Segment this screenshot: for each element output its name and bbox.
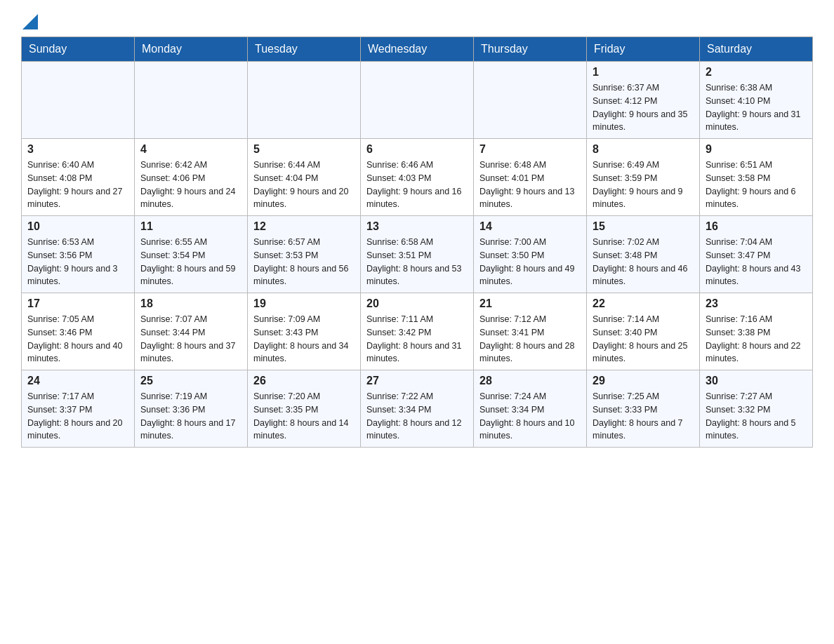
calendar-cell [474, 62, 587, 139]
day-info: Sunrise: 6:53 AMSunset: 3:56 PMDaylight:… [27, 236, 128, 288]
day-number: 17 [27, 297, 128, 310]
day-info: Sunrise: 6:57 AMSunset: 3:53 PMDaylight:… [253, 236, 355, 288]
day-info: Sunrise: 6:44 AMSunset: 4:04 PMDaylight:… [253, 159, 355, 211]
calendar-week-row: 1Sunrise: 6:37 AMSunset: 4:12 PMDaylight… [22, 62, 813, 139]
calendar-cell: 1Sunrise: 6:37 AMSunset: 4:12 PMDaylight… [587, 62, 700, 139]
day-info: Sunrise: 7:14 AMSunset: 3:40 PMDaylight:… [593, 313, 694, 365]
calendar-header-row: SundayMondayTuesdayWednesdayThursdayFrid… [22, 37, 813, 62]
day-info: Sunrise: 7:24 AMSunset: 3:34 PMDaylight:… [479, 390, 581, 443]
calendar-cell: 13Sunrise: 6:58 AMSunset: 3:51 PMDayligh… [361, 216, 474, 293]
calendar-cell: 15Sunrise: 7:02 AMSunset: 3:48 PMDayligh… [587, 216, 700, 293]
calendar-cell: 28Sunrise: 7:24 AMSunset: 3:34 PMDayligh… [474, 370, 587, 448]
calendar-cell: 21Sunrise: 7:12 AMSunset: 3:41 PMDayligh… [474, 293, 587, 370]
day-info: Sunrise: 6:51 AMSunset: 3:58 PMDaylight:… [706, 159, 807, 211]
page-header [21, 14, 813, 29]
calendar-cell: 8Sunrise: 6:49 AMSunset: 3:59 PMDaylight… [587, 139, 700, 216]
day-number: 18 [140, 297, 241, 310]
weekday-header-tuesday: Tuesday [248, 37, 361, 62]
day-number: 24 [27, 375, 128, 387]
logo [21, 14, 38, 29]
calendar-cell: 20Sunrise: 7:11 AMSunset: 3:42 PMDayligh… [361, 293, 474, 370]
weekday-header-friday: Friday [587, 37, 700, 62]
calendar-week-row: 10Sunrise: 6:53 AMSunset: 3:56 PMDayligh… [22, 216, 813, 293]
day-number: 13 [366, 220, 468, 233]
calendar-week-row: 3Sunrise: 6:40 AMSunset: 4:08 PMDaylight… [22, 139, 813, 216]
day-info: Sunrise: 7:27 AMSunset: 3:32 PMDaylight:… [706, 390, 807, 443]
day-number: 21 [479, 297, 581, 310]
day-number: 19 [253, 297, 355, 310]
day-info: Sunrise: 7:02 AMSunset: 3:48 PMDaylight:… [593, 236, 694, 288]
calendar-cell: 27Sunrise: 7:22 AMSunset: 3:34 PMDayligh… [361, 370, 474, 448]
calendar-cell: 16Sunrise: 7:04 AMSunset: 3:47 PMDayligh… [700, 216, 813, 293]
day-info: Sunrise: 7:04 AMSunset: 3:47 PMDaylight:… [706, 236, 807, 288]
calendar-cell: 2Sunrise: 6:38 AMSunset: 4:10 PMDaylight… [700, 62, 813, 139]
day-number: 6 [366, 143, 468, 156]
day-number: 2 [706, 66, 807, 79]
day-number: 3 [27, 143, 128, 156]
day-info: Sunrise: 7:16 AMSunset: 3:38 PMDaylight:… [706, 313, 807, 365]
calendar-cell: 23Sunrise: 7:16 AMSunset: 3:38 PMDayligh… [700, 293, 813, 370]
day-number: 8 [593, 143, 694, 156]
day-number: 16 [706, 220, 807, 233]
calendar-week-row: 17Sunrise: 7:05 AMSunset: 3:46 PMDayligh… [22, 293, 813, 370]
calendar-cell: 25Sunrise: 7:19 AMSunset: 3:36 PMDayligh… [135, 370, 248, 448]
weekday-header-thursday: Thursday [474, 37, 587, 62]
day-info: Sunrise: 7:20 AMSunset: 3:35 PMDaylight:… [253, 390, 355, 443]
day-number: 20 [366, 297, 468, 310]
calendar-cell: 24Sunrise: 7:17 AMSunset: 3:37 PMDayligh… [22, 370, 135, 448]
calendar-cell [22, 62, 135, 139]
day-info: Sunrise: 7:11 AMSunset: 3:42 PMDaylight:… [366, 313, 468, 365]
day-number: 25 [140, 375, 241, 387]
calendar-cell: 11Sunrise: 6:55 AMSunset: 3:54 PMDayligh… [135, 216, 248, 293]
day-number: 15 [593, 220, 694, 233]
weekday-header-wednesday: Wednesday [361, 37, 474, 62]
day-number: 14 [479, 220, 581, 233]
day-number: 10 [27, 220, 128, 233]
day-number: 22 [593, 297, 694, 310]
calendar-cell: 17Sunrise: 7:05 AMSunset: 3:46 PMDayligh… [22, 293, 135, 370]
calendar-cell [248, 62, 361, 139]
calendar-cell [135, 62, 248, 139]
day-number: 26 [253, 375, 355, 387]
day-info: Sunrise: 7:19 AMSunset: 3:36 PMDaylight:… [140, 390, 241, 443]
calendar-cell: 26Sunrise: 7:20 AMSunset: 3:35 PMDayligh… [248, 370, 361, 448]
day-info: Sunrise: 7:05 AMSunset: 3:46 PMDaylight:… [27, 313, 128, 365]
calendar-cell: 29Sunrise: 7:25 AMSunset: 3:33 PMDayligh… [587, 370, 700, 448]
day-number: 30 [706, 375, 807, 387]
calendar-cell: 19Sunrise: 7:09 AMSunset: 3:43 PMDayligh… [248, 293, 361, 370]
day-number: 29 [593, 375, 694, 387]
day-info: Sunrise: 6:37 AMSunset: 4:12 PMDaylight:… [593, 81, 694, 134]
calendar-cell: 10Sunrise: 6:53 AMSunset: 3:56 PMDayligh… [22, 216, 135, 293]
day-number: 5 [253, 143, 355, 156]
calendar-cell: 14Sunrise: 7:00 AMSunset: 3:50 PMDayligh… [474, 216, 587, 293]
calendar-table: SundayMondayTuesdayWednesdayThursdayFrid… [21, 36, 813, 448]
calendar-cell: 6Sunrise: 6:46 AMSunset: 4:03 PMDaylight… [361, 139, 474, 216]
day-number: 23 [706, 297, 807, 310]
calendar-cell: 9Sunrise: 6:51 AMSunset: 3:58 PMDaylight… [700, 139, 813, 216]
day-number: 9 [706, 143, 807, 156]
svg-marker-0 [22, 14, 38, 29]
calendar-cell: 4Sunrise: 6:42 AMSunset: 4:06 PMDaylight… [135, 139, 248, 216]
day-number: 27 [366, 375, 468, 387]
day-number: 12 [253, 220, 355, 233]
day-number: 1 [593, 66, 694, 79]
calendar-cell: 7Sunrise: 6:48 AMSunset: 4:01 PMDaylight… [474, 139, 587, 216]
weekday-header-saturday: Saturday [700, 37, 813, 62]
calendar-cell: 3Sunrise: 6:40 AMSunset: 4:08 PMDaylight… [22, 139, 135, 216]
day-info: Sunrise: 6:49 AMSunset: 3:59 PMDaylight:… [593, 159, 694, 211]
day-info: Sunrise: 6:40 AMSunset: 4:08 PMDaylight:… [27, 159, 128, 211]
day-number: 7 [479, 143, 581, 156]
calendar-cell: 30Sunrise: 7:27 AMSunset: 3:32 PMDayligh… [700, 370, 813, 448]
day-info: Sunrise: 7:07 AMSunset: 3:44 PMDaylight:… [140, 313, 241, 365]
day-info: Sunrise: 7:17 AMSunset: 3:37 PMDaylight:… [27, 390, 128, 443]
calendar-week-row: 24Sunrise: 7:17 AMSunset: 3:37 PMDayligh… [22, 370, 813, 448]
day-info: Sunrise: 7:25 AMSunset: 3:33 PMDaylight:… [593, 390, 694, 443]
calendar-cell: 22Sunrise: 7:14 AMSunset: 3:40 PMDayligh… [587, 293, 700, 370]
weekday-header-monday: Monday [135, 37, 248, 62]
day-info: Sunrise: 7:22 AMSunset: 3:34 PMDaylight:… [366, 390, 468, 443]
day-info: Sunrise: 6:58 AMSunset: 3:51 PMDaylight:… [366, 236, 468, 288]
day-info: Sunrise: 6:42 AMSunset: 4:06 PMDaylight:… [140, 159, 241, 211]
day-number: 28 [479, 375, 581, 387]
day-number: 4 [140, 143, 241, 156]
day-number: 11 [140, 220, 241, 233]
